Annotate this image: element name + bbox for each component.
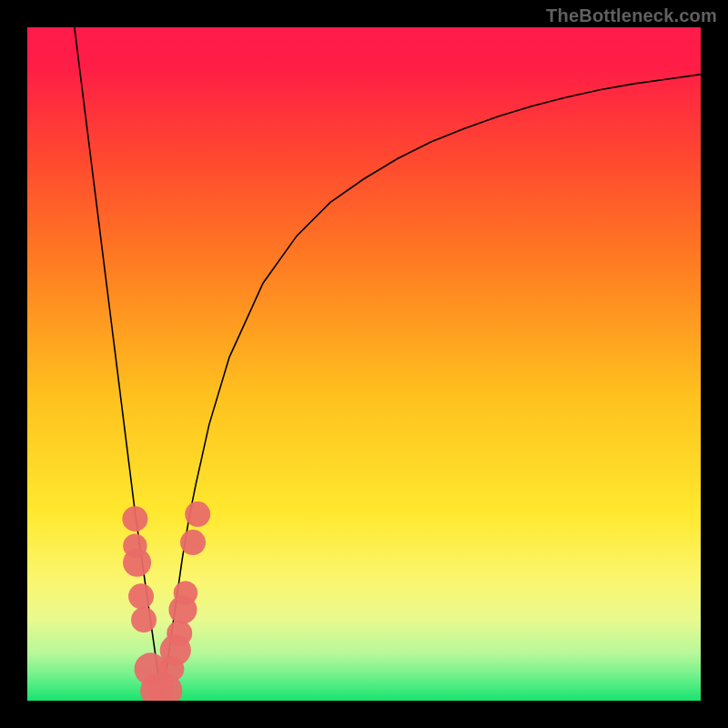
data-point xyxy=(122,506,147,531)
site-watermark: TheBottleneck.com xyxy=(546,5,717,26)
data-point xyxy=(180,530,206,555)
data-point xyxy=(123,549,151,577)
plot-area xyxy=(27,27,701,701)
data-point xyxy=(167,621,192,646)
gradient-background xyxy=(27,27,701,701)
data-point xyxy=(174,581,197,604)
chart-svg xyxy=(27,27,701,701)
data-point xyxy=(185,501,210,527)
data-point xyxy=(131,607,157,632)
data-point xyxy=(128,583,154,609)
chart-frame: TheBottleneck.com xyxy=(0,0,728,728)
